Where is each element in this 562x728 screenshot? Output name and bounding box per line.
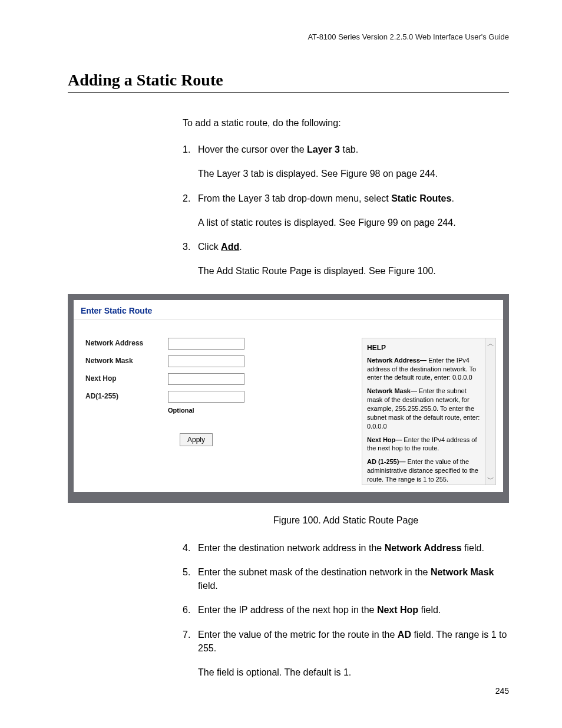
section-title: Adding a Static Route [68,71,509,93]
step-bold: Next Hop [377,605,418,615]
intro-text: To add a static route, do the following: [183,116,509,130]
label-next-hop: Next Hop [85,374,168,384]
label-network-mask: Network Mask [85,356,168,366]
step-4: 4. Enter the destination network address… [183,541,509,555]
step-text: Enter the IP address of the next hop in … [198,605,377,615]
step-text: From the Layer 3 tab drop-down menu, sel… [198,193,391,203]
step-number: 1. [183,143,198,180]
panel-title: Enter Static Route [74,300,503,319]
help-bold: AD (1-255)— [367,458,407,465]
step-bold: Static Routes [391,193,451,203]
step-subtext: A list of static routes is displayed. Se… [198,216,509,229]
step-text: field. [418,605,441,615]
running-header: AT-8100 Series Version 2.2.5.0 Web Inter… [68,32,509,41]
step-text: . [451,193,454,203]
figure-100: Enter Static Route Network Address Netwo… [68,294,509,502]
step-text: field. [198,581,218,591]
input-next-hop[interactable] [168,373,244,385]
step-7: 7. Enter the value of the metric for the… [183,628,509,680]
add-link-text: Add [221,242,239,252]
scroll-down-icon[interactable]: ﹀ [487,474,494,485]
input-ad[interactable] [168,391,244,403]
step-6: 6. Enter the IP address of the next hop … [183,603,509,617]
step-text: tab. [340,144,358,154]
help-bold: Network Address— [367,357,428,364]
step-bold: Network Mask [431,567,494,577]
step-text: field. [462,543,484,553]
step-number: 4. [183,541,198,555]
help-bold: Network Mask— [367,387,419,394]
label-network-address: Network Address [85,338,168,348]
step-number: 2. [183,192,198,229]
step-text: Enter the value of the metric for the ro… [198,630,398,640]
step-number: 5. [183,565,198,592]
step-bold: AD [398,630,411,640]
apply-button[interactable]: Apply [180,433,213,446]
step-1: 1. Hover the cursor over the Layer 3 tab… [183,143,509,180]
figure-caption: Figure 100. Add Static Route Page [183,513,509,527]
step-text: Enter the subnet mask of the destination… [198,567,431,577]
help-scrollbar[interactable]: ︿ ﹀ [485,338,496,485]
help-panel: HELP Network Address— Enter the IPv4 add… [362,338,485,485]
help-bold: Next Hop— [367,436,404,443]
step-text: . [239,242,242,252]
step-subtext: The field is optional. The default is 1. [198,666,509,679]
step-text: Hover the cursor over the [198,144,307,154]
scroll-up-icon[interactable]: ︿ [487,338,494,349]
step-number: 7. [183,628,198,680]
input-network-mask[interactable] [168,355,244,367]
step-text: Enter the destination network address in… [198,543,385,553]
step-bold: Network Address [385,543,462,553]
input-network-address[interactable] [168,338,244,350]
step-5: 5. Enter the subnet mask of the destinat… [183,565,509,592]
step-3: 3. Click Add. The Add Static Route Page … [183,240,509,278]
page-number: 245 [495,686,509,696]
help-title: HELP [367,343,480,353]
step-number: 3. [183,240,198,278]
step-text: Click [198,242,221,252]
optional-label: Optional [168,406,362,416]
step-2: 2. From the Layer 3 tab drop-down menu, … [183,192,509,229]
step-subtext: The Add Static Route Page is displayed. … [198,264,509,278]
label-ad: AD(1-255) [85,391,168,401]
step-subtext: The Layer 3 tab is displayed. See Figure… [198,167,509,180]
step-number: 6. [183,603,198,617]
step-bold: Layer 3 [307,144,340,154]
form-column: Network Address Network Mask Next Hop [85,338,362,485]
